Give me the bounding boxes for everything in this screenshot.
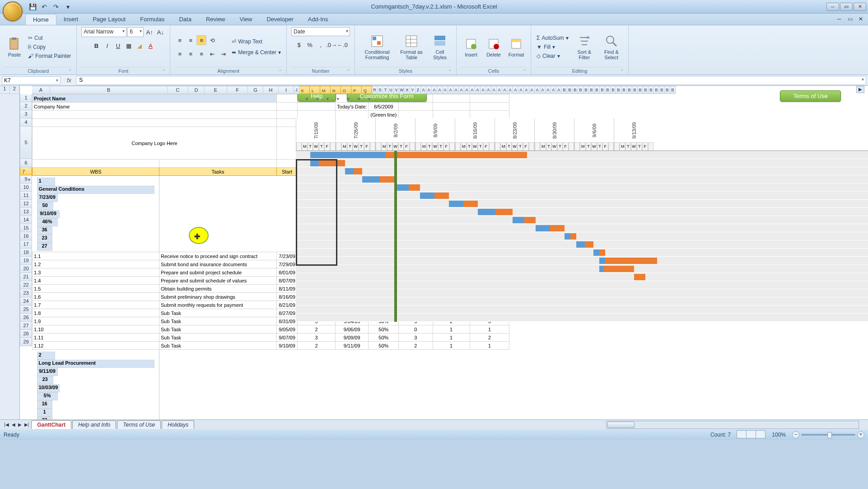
row-header-24[interactable]: 24: [20, 297, 32, 306]
qat-more-icon[interactable]: ▾: [63, 2, 72, 11]
percent-icon[interactable]: %: [305, 40, 315, 50]
mdi-restore-icon[interactable]: ▭: [845, 16, 854, 24]
outline-level-1[interactable]: 1: [0, 86, 10, 94]
col-header-AY[interactable]: A: [551, 86, 556, 94]
row-header-28[interactable]: 28: [20, 330, 32, 338]
row-header-25[interactable]: 25: [20, 306, 32, 314]
cell-styles-button[interactable]: Cell Styles: [428, 33, 452, 61]
gantt-scroll-right[interactable]: ▶: [856, 86, 864, 93]
sheet-tab-ganttchart[interactable]: GanttChart: [31, 420, 71, 429]
maximize-button[interactable]: ▭: [840, 3, 853, 11]
tab-data[interactable]: Data: [172, 14, 198, 25]
col-header-AH[interactable]: A: [459, 86, 464, 94]
scroll-thumb[interactable]: [607, 422, 635, 428]
save-icon[interactable]: 💾: [28, 2, 37, 11]
col-header-BB[interactable]: B: [567, 86, 573, 94]
zoom-in-icon[interactable]: +: [857, 431, 864, 438]
col-header-AD[interactable]: A: [437, 86, 443, 94]
col-header-Y[interactable]: Y: [410, 86, 415, 94]
col-header-BO[interactable]: B: [638, 86, 643, 94]
underline-button[interactable]: U: [113, 41, 123, 51]
col-header-H[interactable]: H: [263, 86, 279, 94]
col-header-BT[interactable]: B: [665, 86, 670, 94]
tab-review[interactable]: Review: [199, 14, 233, 25]
col-header-AN[interactable]: A: [491, 86, 497, 94]
tab-developer[interactable]: Developer: [259, 14, 300, 25]
row-header-18[interactable]: 18: [20, 249, 32, 257]
row-header-13[interactable]: 13: [20, 208, 32, 216]
orientation-icon[interactable]: ⟲: [207, 35, 217, 45]
row-header-1[interactable]: 1: [20, 94, 32, 102]
col-header-BK[interactable]: B: [616, 86, 621, 94]
column-headers[interactable]: ABCDEFGHIJKLMNOPQRSTUVWXYZAAAAAAAAAAAAAA…: [32, 86, 676, 94]
row-header-6[interactable]: 6: [20, 159, 32, 167]
col-header-AT[interactable]: A: [524, 86, 529, 94]
col-header-BC[interactable]: B: [573, 86, 578, 94]
col-header-AX[interactable]: A: [546, 86, 551, 94]
col-header-J[interactable]: J: [294, 86, 299, 94]
redo-icon[interactable]: ↷: [51, 2, 61, 11]
outline-level-2[interactable]: 2: [10, 86, 20, 94]
row-header-29[interactable]: 29: [20, 338, 32, 346]
col-header-Z[interactable]: Z: [415, 86, 421, 94]
align-top-icon[interactable]: ≡: [175, 35, 185, 45]
horizontal-scrollbar[interactable]: [606, 421, 859, 429]
col-header-BG[interactable]: B: [594, 86, 600, 94]
paste-button[interactable]: Paste: [5, 36, 24, 58]
tab-insert[interactable]: Insert: [56, 14, 86, 25]
col-header-BS[interactable]: B: [659, 86, 665, 94]
bold-button[interactable]: B: [91, 41, 101, 51]
currency-icon[interactable]: $: [294, 40, 304, 50]
col-header-AL[interactable]: A: [481, 86, 486, 94]
col-header-BQ[interactable]: B: [649, 86, 654, 94]
col-header-B[interactable]: B: [50, 86, 168, 94]
col-header-D[interactable]: D: [188, 86, 205, 94]
row-header-3[interactable]: 3: [20, 110, 32, 118]
col-header-A[interactable]: A: [32, 86, 50, 94]
align-right-icon[interactable]: ≡: [196, 49, 206, 59]
increase-decimal-icon[interactable]: .0→: [327, 40, 336, 50]
merge-center-button[interactable]: ⬌Merge & Center ▾: [231, 49, 282, 56]
clear-button[interactable]: ◇Clear ▾: [536, 52, 569, 60]
col-header-M[interactable]: M: [320, 86, 331, 94]
col-header-AV[interactable]: A: [535, 86, 540, 94]
col-header-AI[interactable]: A: [464, 86, 470, 94]
row-header-27[interactable]: 27: [20, 322, 32, 330]
col-header-AG[interactable]: A: [453, 86, 459, 94]
align-left-icon[interactable]: ≡: [175, 49, 185, 59]
row-header-10[interactable]: 10: [20, 183, 32, 192]
col-header-O[interactable]: O: [341, 86, 351, 94]
close-button[interactable]: ✕: [854, 3, 866, 11]
tab-home[interactable]: Home: [25, 14, 56, 25]
row-header-21[interactable]: 21: [20, 273, 32, 281]
row-header-2[interactable]: 2: [20, 102, 32, 110]
zoom-out-icon[interactable]: −: [792, 431, 799, 438]
col-header-BA[interactable]: B: [562, 86, 567, 94]
col-header-AM[interactable]: A: [486, 86, 491, 94]
zoom-track[interactable]: [801, 434, 855, 436]
fill-color-button[interactable]: ◢: [135, 41, 145, 51]
col-header-X[interactable]: X: [405, 86, 410, 94]
row-header-20[interactable]: 20: [20, 265, 32, 273]
row-header-22[interactable]: 22: [20, 281, 32, 289]
format-as-table-button[interactable]: Format as Table: [397, 33, 425, 61]
col-header-I[interactable]: I: [279, 86, 294, 94]
border-button[interactable]: ▦: [124, 41, 134, 51]
view-buttons[interactable]: [737, 430, 765, 440]
col-header-BH[interactable]: B: [600, 86, 605, 94]
col-header-U[interactable]: U: [388, 86, 394, 94]
zoom-slider[interactable]: − +: [792, 431, 864, 438]
sheet-tab-help-and-info[interactable]: Help and Info: [72, 420, 116, 429]
col-header-AU[interactable]: A: [529, 86, 535, 94]
align-middle-icon[interactable]: ≡: [186, 35, 196, 45]
col-header-AK[interactable]: A: [475, 86, 481, 94]
col-header-S[interactable]: S: [378, 86, 383, 94]
col-header-AJ[interactable]: A: [470, 86, 475, 94]
decrease-indent-icon[interactable]: ⇤: [207, 49, 217, 59]
col-header-AQ[interactable]: A: [508, 86, 513, 94]
row-header-19[interactable]: 19: [20, 257, 32, 265]
row-header-11[interactable]: 11: [20, 192, 32, 200]
col-header-AO[interactable]: A: [497, 86, 502, 94]
outline-column[interactable]: 12: [0, 86, 20, 419]
col-header-AZ[interactable]: A: [556, 86, 562, 94]
